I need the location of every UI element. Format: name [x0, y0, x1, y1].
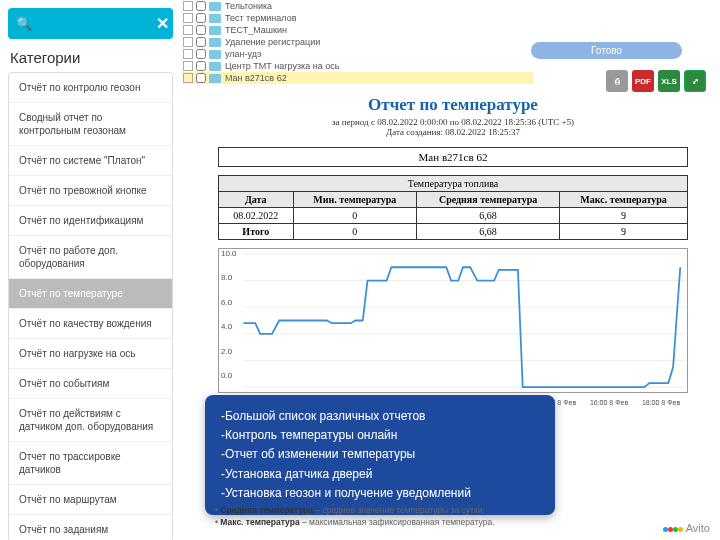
export-xls-icon[interactable]: XLS [658, 70, 680, 92]
x-tick: 18:00 8 Фев [642, 399, 680, 406]
search-icon: 🔍 [16, 16, 32, 31]
folder-icon [209, 50, 221, 59]
table-header: Макс. температура [560, 192, 688, 208]
folder-icon [209, 62, 221, 71]
folder-icon [209, 38, 221, 47]
category-item[interactable]: Отчёт по тревожной кнопке [9, 176, 172, 206]
promo-line: -Контроль температуры онлайн [221, 426, 539, 445]
expand-icon[interactable] [183, 61, 193, 71]
tree-checkbox[interactable] [196, 25, 206, 35]
table-header: Средняя температура [417, 192, 560, 208]
y-tick: 0.0 [221, 371, 237, 380]
table-cell: 0 [293, 224, 416, 240]
tree-label: Центр ТМТ нагрузка на ось [225, 61, 339, 71]
export-toolbar: ⎙ PDF XLS ⤢ [606, 70, 706, 92]
category-item[interactable]: Отчёт по идентификациям [9, 206, 172, 236]
search-input[interactable] [36, 16, 156, 31]
tree-item[interactable]: Тельтоника [183, 0, 533, 12]
temperature-chart: 10.08.06.04.02.00.0 02:00 8 Фев04:00 8 Ф… [218, 248, 688, 393]
tree-label: ТЕСТ_Машкин [225, 25, 287, 35]
table-row: 08.02.202206,689 [219, 208, 688, 224]
promo-line: -Установка датчика дверей [221, 465, 539, 484]
export-xlsx-icon[interactable]: ⤢ [684, 70, 706, 92]
promo-line: -Отчет об изменении температуры [221, 445, 539, 464]
tree-checkbox[interactable] [196, 1, 206, 11]
category-item[interactable]: Отчёт по действиям с датчиком доп. обору… [9, 399, 172, 442]
clear-search-icon[interactable]: ✕ [156, 14, 169, 33]
folder-icon [209, 74, 221, 83]
table-header: Дата [219, 192, 294, 208]
table-cell: 6,68 [417, 224, 560, 240]
search-bar: 🔍 ✕ [8, 8, 173, 39]
tree-checkbox[interactable] [196, 61, 206, 71]
ready-button[interactable]: Готово [531, 42, 682, 59]
table-cell: 0 [293, 208, 416, 224]
category-item[interactable]: Отчёт по контролю геозон [9, 73, 172, 103]
tree-checkbox[interactable] [196, 73, 206, 83]
category-item[interactable]: Отчёт по маршрутам [9, 485, 172, 515]
category-item[interactable]: Отчёт по заданиям [9, 515, 172, 540]
y-tick: 8.0 [221, 273, 237, 282]
promo-line: -Установка геозон и получение уведомлени… [221, 484, 539, 503]
category-item[interactable]: Отчёт по температуре [9, 279, 172, 309]
expand-icon[interactable] [183, 13, 193, 23]
y-tick: 2.0 [221, 347, 237, 356]
tree-item[interactable]: Удаление регистрации [183, 36, 533, 48]
tree-label: улан-удэ [225, 49, 262, 59]
report-period: за период с 08.02.2022 0:00:00 по 08.02.… [200, 117, 706, 127]
footer-legend: • Средняя температура – среднее значение… [215, 505, 495, 529]
table-cell: 08.02.2022 [219, 208, 294, 224]
expand-icon[interactable] [183, 25, 193, 35]
table-cell: 9 [560, 208, 688, 224]
vehicle-name: Ман в271св 62 [218, 147, 688, 167]
tree-item[interactable]: улан-удэ [183, 48, 533, 60]
promo-overlay: -Большой список различных отчетов-Контро… [205, 395, 555, 515]
y-tick: 6.0 [221, 298, 237, 307]
table-section-header: Температура топлива [219, 176, 688, 192]
tree-item[interactable]: Ман в271св 62 [183, 72, 533, 84]
report-title: Отчет по температуре [200, 95, 706, 115]
categories-heading: Категории [8, 49, 173, 66]
y-tick: 10.0 [221, 249, 237, 258]
folder-icon [209, 26, 221, 35]
tree-item[interactable]: Центр ТМТ нагрузка на ось [183, 60, 533, 72]
tree-label: Тест терминалов [225, 13, 296, 23]
categories-list: Отчёт по контролю геозонСводный отчет по… [8, 72, 173, 540]
table-row: Итого06,689 [219, 224, 688, 240]
category-item[interactable]: Сводный отчет по контрольным геозонам [9, 103, 172, 146]
category-item[interactable]: Отчёт по качеству вождения [9, 309, 172, 339]
category-item[interactable]: Отчёт по работе доп. оборудования [9, 236, 172, 279]
category-item[interactable]: Отчёт по нагрузке на ось [9, 339, 172, 369]
table-cell: Итого [219, 224, 294, 240]
promo-line: -Большой список различных отчетов [221, 407, 539, 426]
category-item[interactable]: Отчёт по системе "Платон" [9, 146, 172, 176]
category-item[interactable]: Отчёт по событиям [9, 369, 172, 399]
object-tree: ТельтоникаТест терминаловТЕСТ_МашкинУдал… [183, 0, 533, 84]
export-pdf-icon[interactable]: PDF [632, 70, 654, 92]
tree-item[interactable]: Тест терминалов [183, 12, 533, 24]
x-tick: 16:00 8 Фев [590, 399, 628, 406]
expand-icon[interactable] [183, 73, 193, 83]
expand-icon[interactable] [183, 49, 193, 59]
temperature-table: Температура топлива ДатаМин. температура… [218, 175, 688, 240]
expand-icon[interactable] [183, 1, 193, 11]
y-tick: 4.0 [221, 322, 237, 331]
report-created: Дата создания: 08.02.2022 18:25:37 [200, 127, 706, 137]
print-icon[interactable]: ⎙ [606, 70, 628, 92]
folder-icon [209, 14, 221, 23]
sidebar: 🔍 ✕ Категории Отчёт по контролю геозонСв… [8, 8, 173, 540]
category-item[interactable]: Отчет по трассировке датчиков [9, 442, 172, 485]
table-cell: 9 [560, 224, 688, 240]
tree-checkbox[interactable] [196, 37, 206, 47]
tree-checkbox[interactable] [196, 13, 206, 23]
tree-item[interactable]: ТЕСТ_Машкин [183, 24, 533, 36]
folder-icon [209, 2, 221, 11]
avito-label: Avito [686, 522, 710, 534]
tree-checkbox[interactable] [196, 49, 206, 59]
table-header: Мин. температура [293, 192, 416, 208]
table-cell: 6,68 [417, 208, 560, 224]
tree-label: Тельтоника [225, 1, 272, 11]
tree-label: Удаление регистрации [225, 37, 320, 47]
report-panel: Отчет по температуре за период с 08.02.2… [200, 95, 706, 393]
expand-icon[interactable] [183, 37, 193, 47]
